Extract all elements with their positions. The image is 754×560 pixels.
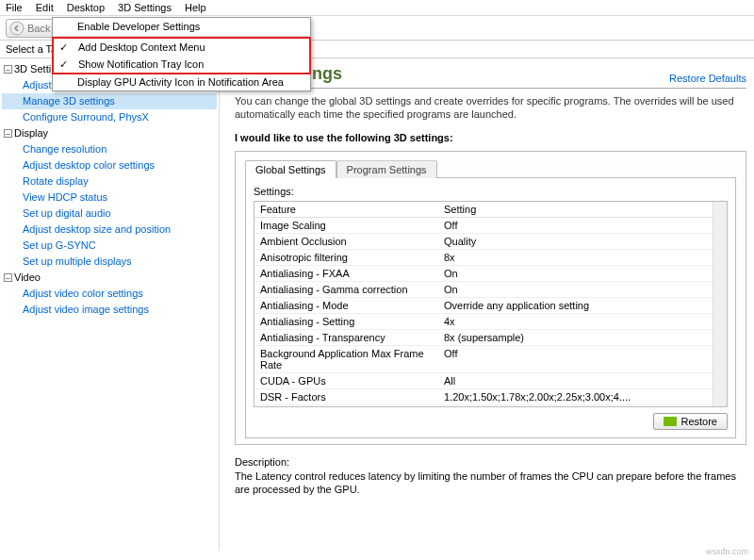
collapse-icon[interactable]: – xyxy=(4,273,12,282)
feature-cell: Antialiasing - Mode xyxy=(260,300,444,311)
menu-label: Add Desktop Context Menu xyxy=(78,41,205,53)
menu-add-context[interactable]: ✓Add Desktop Context Menu xyxy=(54,39,309,56)
setting-cell: 8x xyxy=(444,252,707,263)
page-description: You can change the global 3D settings an… xyxy=(235,94,746,121)
restore-button-label: Restore xyxy=(680,416,717,427)
menu-label: Display GPU Activity Icon in Notificatio… xyxy=(77,76,284,88)
feature-cell: DSR - Factors xyxy=(260,391,444,403)
svg-point-0 xyxy=(10,22,24,35)
feature-cell: Ambient Occlusion xyxy=(260,236,444,247)
table-row[interactable]: Antialiasing - Setting4x xyxy=(254,314,713,330)
feature-cell: Antialiasing - Transparency xyxy=(260,332,444,343)
tree-video-color[interactable]: Adjust video color settings xyxy=(2,286,217,302)
description-box: Description: The Latency control reduces… xyxy=(235,456,746,496)
tree-size[interactable]: Adjust desktop size and position xyxy=(2,222,217,238)
setting-cell: Off xyxy=(444,348,707,371)
feature-cell: Anisotropic filtering xyxy=(260,252,444,263)
table-row[interactable]: Antialiasing - ModeOverride any applicat… xyxy=(254,298,713,314)
desktop-menu-dropdown: Enable Developer Settings ✓Add Desktop C… xyxy=(52,17,311,91)
tree-audio[interactable]: Set up digital audio xyxy=(2,206,217,222)
feature-cell: Antialiasing - FXAA xyxy=(260,268,444,279)
scrollbar[interactable] xyxy=(713,202,727,406)
description-text: The Latency control reduces latency by l… xyxy=(235,469,746,496)
description-label: Description: xyxy=(235,456,746,468)
collapse-icon[interactable]: – xyxy=(4,65,12,74)
setting-cell: 8x (supersample) xyxy=(444,332,707,343)
watermark: wsxdn.com xyxy=(706,547,748,556)
table-row[interactable]: DSR - Factors1.20x;1.50x;1.78x;2.00x;2.2… xyxy=(254,389,713,405)
content-pane: e 3D Settings Restore Defaults You can c… xyxy=(220,58,754,551)
table-row[interactable]: Antialiasing - Gamma correctionOn xyxy=(254,282,713,298)
restore-defaults-link[interactable]: Restore Defaults xyxy=(669,73,746,84)
menu-label: Show Notification Tray Icon xyxy=(78,58,204,70)
table-row[interactable]: CUDA - GPUsAll xyxy=(254,373,713,389)
setting-cell: Override any application setting xyxy=(444,300,707,311)
tree-video-image[interactable]: Adjust video image settings xyxy=(2,302,217,318)
settings-panel: Global Settings Program Settings Setting… xyxy=(235,151,746,445)
setting-cell: Off xyxy=(444,220,707,231)
feature-cell: CUDA - GPUs xyxy=(260,375,444,387)
tree-change-res[interactable]: Change resolution xyxy=(2,141,217,157)
menu-file[interactable]: File xyxy=(6,2,23,13)
tree-adjust-color[interactable]: Adjust desktop color settings xyxy=(2,157,217,173)
tree-gsync[interactable]: Set up G-SYNC xyxy=(2,238,217,254)
back-label: Back xyxy=(27,23,50,34)
tree-hdcp[interactable]: View HDCP status xyxy=(2,189,217,206)
nvidia-icon xyxy=(664,417,677,426)
menu-gpu-activity[interactable]: Display GPU Activity Icon in Notificatio… xyxy=(53,74,310,91)
menu-show-tray[interactable]: ✓Show Notification Tray Icon xyxy=(54,56,309,73)
table-row[interactable]: Antialiasing - FXAAOn xyxy=(254,266,713,282)
feature-cell: Image Scaling xyxy=(260,220,444,231)
sidebar: –3D Settings Adjust image settings with … xyxy=(0,58,220,551)
menu-3d-settings[interactable]: 3D Settings xyxy=(118,2,172,13)
table-row[interactable]: Anisotropic filtering8x xyxy=(254,250,713,266)
tab-body: Settings: FeatureSettingImage ScalingOff… xyxy=(245,177,736,438)
setting-cell: 1.20x;1.50x;1.78x;2.00x;2.25x;3.00x;4...… xyxy=(444,391,707,403)
menu-desktop[interactable]: Desktop xyxy=(67,2,105,13)
setting-cell: On xyxy=(444,284,707,295)
col-feature[interactable]: Feature xyxy=(260,204,444,215)
tab-program[interactable]: Program Settings xyxy=(336,160,437,178)
feature-cell: Antialiasing - Gamma correction xyxy=(260,284,444,295)
settings-prompt: I would like to use the following 3D set… xyxy=(235,132,746,143)
tree-cat-label: Video xyxy=(14,270,41,286)
setting-cell: 4x xyxy=(444,316,707,327)
table-row[interactable]: Image ScalingOff xyxy=(254,218,713,234)
menubar: File Edit Desktop 3D Settings Help xyxy=(0,0,754,16)
menu-edit[interactable]: Edit xyxy=(36,2,54,13)
table-row[interactable]: Ambient OcclusionQuality xyxy=(254,234,713,250)
col-setting[interactable]: Setting xyxy=(444,204,707,215)
table-row[interactable]: Antialiasing - Transparency8x (supersamp… xyxy=(254,330,713,346)
menu-help[interactable]: Help xyxy=(185,2,206,13)
settings-grid: FeatureSettingImage ScalingOffAmbient Oc… xyxy=(254,201,728,407)
tree-cat-label: Display xyxy=(14,125,48,141)
tree-manage-3d[interactable]: Manage 3D settings xyxy=(2,93,217,109)
task-tree: –3D Settings Adjust image settings with … xyxy=(2,61,217,318)
check-icon: ✓ xyxy=(59,58,68,71)
feature-cell: Background Application Max Frame Rate xyxy=(260,348,444,371)
tree-rotate[interactable]: Rotate display xyxy=(2,173,217,189)
setting-cell: All xyxy=(444,375,707,387)
table-row[interactable]: Background Application Max Frame RateOff xyxy=(254,346,713,373)
menu-label: Enable Developer Settings xyxy=(77,21,200,32)
check-icon: ✓ xyxy=(59,41,68,54)
setting-cell: On xyxy=(444,268,707,279)
settings-label: Settings: xyxy=(254,186,728,197)
collapse-icon[interactable]: – xyxy=(4,129,12,138)
tab-strip: Global Settings Program Settings xyxy=(245,160,736,178)
tree-multiple[interactable]: Set up multiple displays xyxy=(2,254,217,270)
restore-button[interactable]: Restore xyxy=(653,413,728,430)
tree-cat-display[interactable]: –Display xyxy=(2,125,217,141)
back-arrow-icon xyxy=(9,21,25,36)
tree-cat-video[interactable]: –Video xyxy=(2,270,217,286)
setting-cell: Quality xyxy=(444,236,707,247)
menu-enable-dev[interactable]: Enable Developer Settings xyxy=(53,18,310,35)
tab-global[interactable]: Global Settings xyxy=(245,160,336,178)
tree-configure-surround[interactable]: Configure Surround, PhysX xyxy=(2,109,217,125)
table-row[interactable]: DSR - Smoothness100% xyxy=(254,405,713,406)
divider xyxy=(235,88,746,89)
feature-cell: Antialiasing - Setting xyxy=(260,316,444,327)
